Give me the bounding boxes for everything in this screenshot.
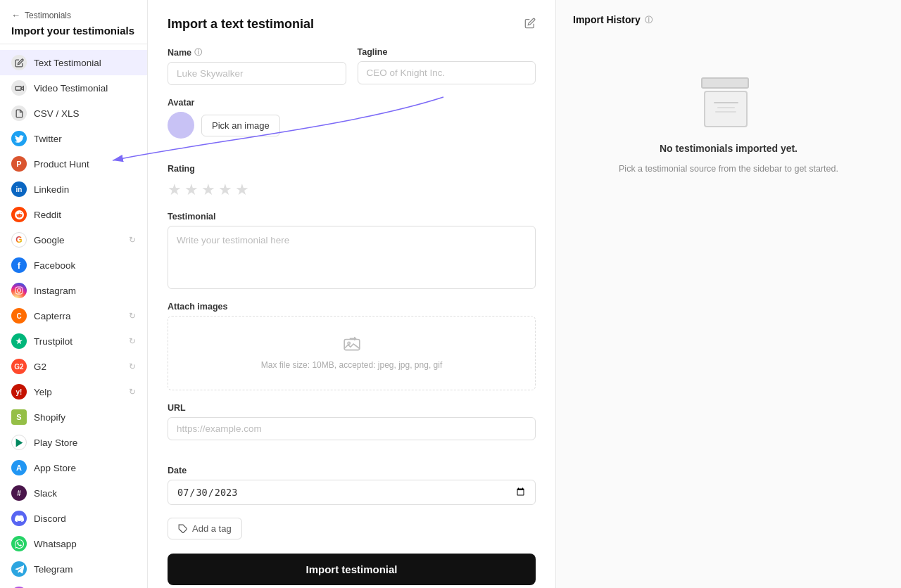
sidebar-item-label: App Store [34,463,136,473]
sidebar-item-yelp[interactable]: y! Yelp ↻ [0,379,147,404]
sidebar-item-instagram[interactable]: Instagram [0,278,147,303]
shopify-icon: S [11,409,27,425]
google-icon: G [11,232,27,248]
telegram-icon [11,561,27,577]
testimonial-group: Testimonial [168,212,536,289]
refresh-icon: ↻ [129,387,136,397]
twitter-icon [11,131,27,146]
sidebar-item-apple-podcasts[interactable]: Apple Podcasts [0,582,147,588]
text-testimonial-icon [11,55,27,70]
sidebar-item-label: Capterra [34,311,122,321]
attach-hint: Max file size: 10MB, accepted: jpeg, jpg… [261,360,442,370]
slack-icon: # [11,485,27,501]
empty-box-body [704,91,748,127]
attach-label: Attach images [168,302,536,312]
sidebar-item-product-hunt[interactable]: P Product Hunt [0,151,147,177]
rating-label: Rating [168,164,536,174]
sidebar-item-facebook[interactable]: f Facebook [0,253,147,278]
sidebar-title: Import your testimonials [11,25,136,37]
sidebar-item-g2[interactable]: G2 G2 ↻ [0,354,147,379]
testimonial-textarea[interactable] [168,226,536,289]
history-title: Import History [573,14,641,25]
sidebar-item-google[interactable]: G Google ↻ [0,227,147,253]
star-3[interactable]: ★ [201,181,215,199]
svg-point-4 [20,215,20,215]
avatar-preview [168,112,194,139]
linkedin-icon: in [11,181,27,197]
sidebar-item-label: Twitter [34,134,136,144]
reddit-icon [11,207,27,222]
import-testimonial-button[interactable]: Import testimonial [168,554,536,585]
empty-illustration [697,75,760,127]
sidebar-item-label: G2 [34,362,122,372]
name-info-icon: ⓘ [194,47,202,58]
empty-box-lid [701,77,749,89]
history-panel: Import History ⓘ No testimonials importe… [556,0,901,588]
sidebar-item-label: Slack [34,488,136,499]
svg-point-6 [18,289,21,293]
sidebar-item-whatsapp[interactable]: Whatsapp [0,531,147,556]
back-button[interactable]: ← Testimonials [11,10,136,20]
avatar-row: Pick an image [168,112,536,139]
sidebar-item-reddit[interactable]: Reddit [0,202,147,227]
sidebar-item-label: Yelp [34,387,122,397]
sidebar-item-play-store[interactable]: Play Store [0,430,147,455]
back-arrow-icon: ← [11,10,20,20]
url-input[interactable] [168,417,536,440]
attach-group: Attach images Max file size: 10MB, accep… [168,302,536,403]
sidebar-item-label: Telegram [34,564,136,575]
name-input[interactable] [168,62,346,85]
date-group: Date [168,466,536,518]
tagline-input[interactable] [358,61,536,84]
sidebar-item-trustpilot[interactable]: ★ Trustpilot ↻ [0,328,147,354]
sidebar-item-video-testimonial[interactable]: Video Testimonial [0,75,147,101]
sidebar-item-discord[interactable]: Discord [0,506,147,531]
form-panel: Import a text testimonial Name ⓘ Tagline [148,0,556,588]
csv-xls-icon [11,106,27,121]
sidebar-item-app-store[interactable]: A App Store [0,455,147,480]
add-tag-button[interactable]: Add a tag [168,518,242,539]
edit-button[interactable] [524,18,536,32]
sidebar-item-capterra[interactable]: C Capterra ↻ [0,303,147,328]
pick-image-button[interactable]: Pick an image [201,115,280,136]
star-2[interactable]: ★ [184,181,199,199]
discord-icon [11,511,27,526]
app-store-icon: A [11,460,27,475]
tagline-label: Tagline [358,47,536,57]
sidebar-item-csv-xls[interactable]: CSV / XLS [0,101,147,126]
tagline-group: Tagline [358,47,536,85]
form-title: Import a text testimonial [168,17,314,32]
sidebar-item-label: Product Hunt [34,159,136,170]
sidebar-item-label: Reddit [34,210,136,220]
sidebar-item-twitter[interactable]: Twitter [0,126,147,151]
sidebar-item-telegram[interactable]: Telegram [0,556,147,582]
sidebar-item-linkedin[interactable]: in Linkedin [0,177,147,202]
star-5[interactable]: ★ [235,181,249,199]
history-header: Import History ⓘ [573,14,884,25]
name-label: Name ⓘ [168,47,346,58]
star-1[interactable]: ★ [168,181,182,199]
stars-row: ★ ★ ★ ★ ★ [168,181,536,199]
testimonial-label: Testimonial [168,212,536,222]
sidebar-item-text-testimonial[interactable]: Text Testimonial [0,50,147,75]
g2-icon: G2 [11,359,27,374]
play-store-icon [11,435,27,450]
sidebar-item-label: Linkedin [34,184,136,195]
sidebar-item-slack[interactable]: # Slack [0,480,147,506]
date-input[interactable] [168,480,536,505]
sidebar-item-label: Text Testimonial [34,58,136,68]
star-4[interactable]: ★ [218,181,232,199]
form-panel-header: Import a text testimonial [168,17,536,32]
attach-icon [343,336,361,356]
sidebar: ← Testimonials Import your testimonials … [0,0,148,588]
sidebar-item-label: Google [34,235,122,245]
sidebar-item-label: Discord [34,513,136,524]
sidebar-item-label: Play Store [34,437,136,448]
history-empty-state: No testimonials imported yet. Pick a tes… [573,46,884,174]
url-label: URL [168,403,536,413]
attach-dropzone[interactable]: Max file size: 10MB, accepted: jpeg, jpg… [168,316,536,390]
history-info-icon: ⓘ [645,15,653,25]
sidebar-item-label: Video Testimonial [34,83,136,94]
sidebar-item-shopify[interactable]: S Shopify [0,404,147,430]
rating-group: Rating ★ ★ ★ ★ ★ [168,164,536,212]
